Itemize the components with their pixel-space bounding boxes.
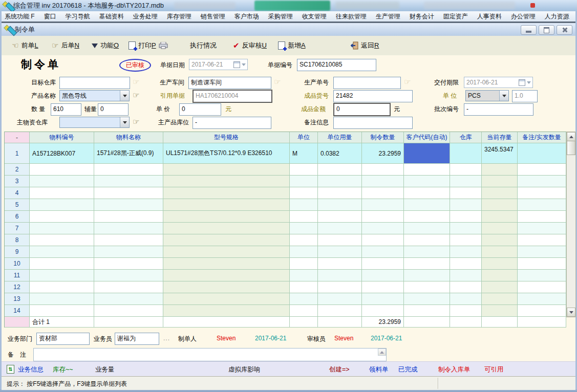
table-cell[interactable] <box>482 293 518 305</box>
table-cell[interactable] <box>450 176 482 187</box>
table-cell[interactable]: 14 <box>5 305 30 317</box>
table-cell[interactable]: 5 <box>5 199 30 211</box>
table-cell[interactable] <box>404 246 450 258</box>
table-cell[interactable] <box>362 199 404 211</box>
stock-link[interactable]: 库存~~ <box>53 365 73 374</box>
table-cell[interactable] <box>404 223 450 234</box>
table-cell[interactable] <box>362 187 404 199</box>
table-cell-warehouse[interactable] <box>450 143 482 164</box>
minimize-button[interactable] <box>521 25 537 35</box>
table-cell[interactable] <box>518 270 566 281</box>
table-cell[interactable] <box>450 305 482 317</box>
table-cell[interactable] <box>518 281 566 293</box>
table-cell[interactable] <box>94 281 163 293</box>
menu-item[interactable]: 学习导航 <box>61 11 95 22</box>
table-cell[interactable] <box>163 305 290 317</box>
table-cell[interactable] <box>318 234 362 246</box>
dept-input[interactable]: 资材部 <box>36 333 90 345</box>
table-cell[interactable] <box>450 234 482 246</box>
remark-info-input[interactable] <box>333 117 413 129</box>
table-cell[interactable]: 2 <box>5 164 30 176</box>
table-cell[interactable] <box>404 258 450 270</box>
table-cell[interactable] <box>30 270 94 281</box>
table-cell[interactable] <box>482 164 518 176</box>
prev-doc-button[interactable]: ☜ 前单L <box>12 40 38 51</box>
table-cell[interactable] <box>482 270 518 281</box>
table-cell[interactable] <box>290 270 318 281</box>
table-cell-unit-usage[interactable]: 0.0382 <box>318 143 362 164</box>
table-cell[interactable] <box>482 187 518 199</box>
table-cell[interactable] <box>404 293 450 305</box>
table-cell[interactable] <box>30 176 94 187</box>
table-cell[interactable] <box>482 234 518 246</box>
table-cell[interactable] <box>94 258 163 270</box>
table-cell[interactable] <box>482 199 518 211</box>
table-cell[interactable] <box>163 234 290 246</box>
table-cell[interactable] <box>482 176 518 187</box>
table-cell[interactable] <box>518 199 566 211</box>
table-cell[interactable] <box>318 199 362 211</box>
menu-item[interactable]: 采购管理 <box>264 11 297 22</box>
table-cell[interactable] <box>163 246 290 258</box>
table-cell[interactable] <box>318 293 362 305</box>
unit-factor-input[interactable]: 1.0 <box>512 90 538 102</box>
table-cell[interactable] <box>450 246 482 258</box>
main-warehouse-combo[interactable] <box>59 117 130 128</box>
table-cell[interactable] <box>163 187 290 199</box>
table-cell[interactable] <box>318 246 362 258</box>
table-cell[interactable] <box>362 164 404 176</box>
table-cell-material-name[interactable]: 1571#28黑-正威(0.9) <box>94 143 163 164</box>
table-cell[interactable] <box>362 211 404 223</box>
menu-item[interactable]: 财务会计 <box>405 11 439 22</box>
batch-no-input[interactable]: - <box>464 103 533 116</box>
table-cell[interactable] <box>30 305 94 317</box>
picker-hand-icon[interactable]: ☞ <box>274 78 281 85</box>
table-cell[interactable] <box>94 211 163 223</box>
table-cell[interactable] <box>404 211 450 223</box>
note-scroll-up-button[interactable] <box>378 349 386 356</box>
dropdown-button[interactable] <box>120 91 129 101</box>
table-cell[interactable] <box>290 176 318 187</box>
table-cell[interactable] <box>518 258 566 270</box>
table-cell-customer-code-selected[interactable] <box>404 143 450 164</box>
table-cell[interactable] <box>30 281 94 293</box>
table-cell[interactable] <box>482 258 518 270</box>
table-cell[interactable] <box>318 187 362 199</box>
menu-item[interactable]: 收支管理 <box>297 11 331 22</box>
table-cell[interactable] <box>450 211 482 223</box>
table-cell[interactable] <box>163 223 290 234</box>
menu-item[interactable]: 窗口 <box>39 11 61 22</box>
note-textarea[interactable] <box>33 348 387 361</box>
workshop-input[interactable]: 制造课车间 <box>188 77 271 89</box>
menu-item[interactable]: 往来款管理 <box>331 11 371 22</box>
column-header[interactable]: 物料名称 <box>94 132 163 143</box>
menu-item[interactable]: 人事资料 <box>473 11 506 22</box>
table-vscrollbar[interactable] <box>566 132 576 317</box>
table-cell[interactable] <box>318 164 362 176</box>
table-cell-current-stock[interactable]: 3245.5347 <box>482 143 518 164</box>
table-cell[interactable] <box>318 176 362 187</box>
table-cell[interactable] <box>318 305 362 317</box>
column-header[interactable]: 型号规格 <box>163 132 290 143</box>
table-cell[interactable] <box>30 246 94 258</box>
delivery-date-input[interactable]: 2017-06-21 <box>464 77 533 88</box>
table-cell[interactable] <box>94 176 163 187</box>
table-cell[interactable] <box>318 211 362 223</box>
menu-item[interactable]: 系统功能 F <box>0 11 39 22</box>
menu-item[interactable]: 生产管理 <box>371 11 405 22</box>
table-cell-order-qty[interactable]: 23.2959 <box>362 143 404 164</box>
table-cell[interactable] <box>318 281 362 293</box>
order-inbound-link[interactable]: 制令入库单 <box>438 365 471 374</box>
table-cell[interactable] <box>482 211 518 223</box>
table-cell[interactable]: 9 <box>5 246 30 258</box>
table-cell[interactable] <box>404 176 450 187</box>
menu-item[interactable]: 库存管理 <box>162 11 196 22</box>
doc-date-input[interactable]: 2017-06-21 <box>189 59 248 70</box>
table-cell[interactable] <box>94 270 163 281</box>
menu-item[interactable]: 固定资产 <box>439 11 473 22</box>
table-cell[interactable] <box>518 246 566 258</box>
table-cell[interactable] <box>404 164 450 176</box>
ref-doc-input[interactable]: HA1706210004 <box>193 90 272 103</box>
table-cell[interactable] <box>290 281 318 293</box>
table-cell[interactable]: 8 <box>5 234 30 246</box>
